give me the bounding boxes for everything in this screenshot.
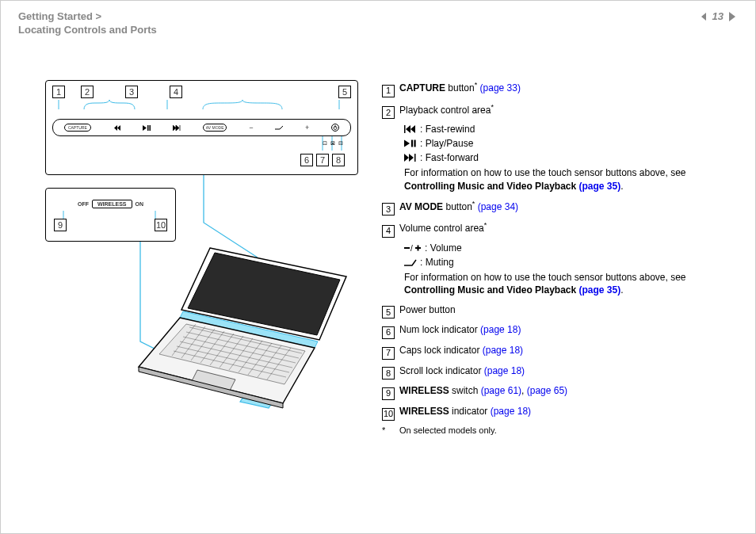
desc-text: . [620,284,623,296]
callout-9: 9 [54,219,67,231]
diagram-column: 1 2 3 4 5 CAPTURE AV MODE − [45,80,358,435]
page-number: 13 [712,10,724,22]
page-link[interactable]: (page 18) [491,406,531,417]
numlock-indicator-icon: ⊡ [323,140,330,146]
desc-text: CAPTURE [399,82,445,93]
page-link[interactable]: (page 33) [480,82,521,93]
desc-sub: /: Volume [404,242,724,254]
desc-text: indicator [449,406,491,417]
svg-rect-24 [404,125,406,133]
desc-text: Num lock indicator [399,324,480,335]
desc-text: Controlling Music and Video Playback [404,284,579,296]
desc-sub-text: : Play/Pause [420,138,473,149]
callout-row-wireless: 9 10 [54,219,167,231]
page-link[interactable]: (page 34) [478,201,518,212]
rewind-icon [113,125,121,131]
desc-sub-text: : Fast-rewind [420,124,475,135]
playpause-icon [404,138,417,149]
desc-text: button [445,82,475,93]
mute-icon [404,257,417,268]
desc-note: For information on how to use the touch … [404,271,724,296]
indicator-row: ⊡⊠⊟ [323,140,346,147]
wireless-on-label: ON [136,201,144,207]
asterisk: * [484,221,487,229]
desc-numbox-5: 5 [382,306,395,318]
description-item-8: 8Scroll lock indicator (page 18) [382,364,724,380]
laptop-illustration [124,245,358,414]
scrolllock-indicator-icon: ⊟ [338,140,346,146]
desc-numbox-4: 4 [382,225,395,238]
fwd-icon [404,152,417,163]
callout-10: 10 [155,219,167,231]
nav-prev-icon[interactable] [700,12,709,21]
capture-button-graphic: CAPTURE [64,124,91,132]
callout-3: 3 [125,86,138,98]
description-item-7: 7Caps lock indicator (page 18) [382,344,724,360]
wireless-switch-graphic: WIRELESS [92,200,132,208]
svg-rect-28 [404,247,410,249]
desc-sub-text: : Fast-forward [420,152,479,163]
desc-numbox-3: 3 [382,203,395,216]
footnote: *On selected models only. [382,425,724,435]
desc-text: Volume control area [399,223,484,234]
power-icon [333,125,338,130]
callout-5: 5 [338,86,351,98]
fast-forward-icon [173,125,181,131]
desc-text: WIRELESS [399,385,449,396]
breadcrumb-line1: Getting Started > [18,10,157,24]
desc-text: , [521,385,527,396]
description-item-5: 5Power button [382,303,724,319]
callout-row-top: 1 2 3 4 5 [52,86,351,98]
description-item-2: 2Playback control area* [382,102,724,120]
desc-sub-text: : Muting [420,257,454,268]
power-button-graphic [331,124,339,132]
descriptions-column: 1CAPTURE button* (page 33)2Playback cont… [382,80,724,435]
svg-rect-27 [414,154,416,162]
wireless-off-label: OFF [78,201,89,207]
desc-text: AV MODE [399,201,443,212]
description-item-10: 10WIRELESS indicator (page 18) [382,405,724,421]
desc-numbox-2: 2 [382,106,395,119]
rewind-icon [404,124,417,135]
svg-text:/: / [410,244,413,252]
page-link[interactable]: (page 35) [579,181,621,192]
desc-text: . [620,181,623,192]
avmode-button-graphic: AV MODE [203,124,227,132]
desc-sub: : Fast-rewind [404,124,724,135]
desc-text: For information on how to use the touch … [404,167,686,178]
desc-text: Scroll lock indicator [399,365,484,376]
mute-icon [275,125,283,130]
desc-text: button [443,201,472,212]
description-item-6: 6Num lock indicator (page 18) [382,323,724,339]
asterisk: * [491,103,494,111]
svg-rect-25 [411,140,413,147]
desc-text: Playback control area [399,105,491,116]
content: 1 2 3 4 5 CAPTURE AV MODE − [45,80,724,435]
svg-rect-31 [418,246,419,251]
nav-next-icon[interactable] [727,11,738,22]
desc-sub: : Play/Pause [404,138,724,149]
callout-7: 7 [316,154,329,166]
description-item-1: 1CAPTURE button* (page 33) [382,80,724,97]
callout-2: 2 [81,86,94,98]
page-link[interactable]: (page 18) [483,345,523,356]
footnote-asterisk: * [382,425,399,435]
description-item-9: 9WIRELESS switch (page 61), (page 65) [382,384,724,400]
callout-1: 1 [52,86,65,98]
desc-sub: : Fast-forward [404,152,724,163]
breadcrumb: Getting Started > Locating Controls and … [18,10,157,37]
volume-plus-graphic: + [305,124,309,132]
desc-numbox-8: 8 [382,367,395,380]
footnote-text: On selected models only. [399,425,497,435]
breadcrumb-line2: Locating Controls and Ports [18,24,157,37]
desc-text: switch [449,385,481,396]
laptop-icon [124,245,362,411]
page-link[interactable]: (page 18) [480,324,521,335]
page-link[interactable]: (page 61) [481,385,521,396]
page-link[interactable]: (page 18) [484,365,525,376]
page-link[interactable]: (page 35) [579,284,621,296]
page-link[interactable]: (page 65) [527,385,567,396]
page-nav: 13 [700,10,738,22]
desc-text: Controlling Music and Video Playback [404,181,579,192]
callout-6: 6 [300,154,313,166]
